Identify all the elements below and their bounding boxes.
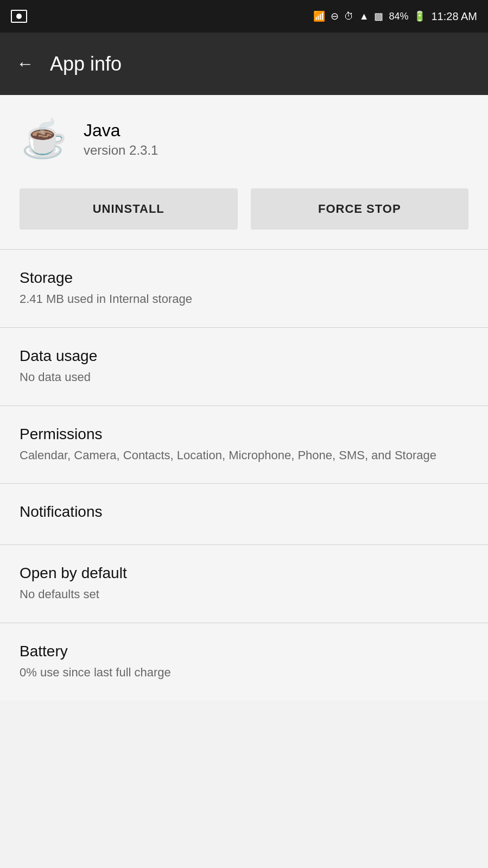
battery-title: Battery [20, 643, 468, 660]
bluetooth-icon: 📶 [313, 10, 325, 22]
open-by-default-subtitle: No defaults set [20, 586, 468, 603]
open-by-default-row[interactable]: Open by default No defaults set [0, 545, 488, 623]
time-display: 11:28 AM [431, 10, 477, 23]
app-version: version 2.3.1 [84, 143, 158, 158]
dnd-icon: ⊖ [331, 10, 339, 22]
battery-percent: 84% [389, 11, 408, 22]
app-details: Java version 2.3.1 [84, 121, 158, 158]
notifications-row[interactable]: Notifications [0, 484, 488, 544]
data-usage-row[interactable]: Data usage No data used [0, 328, 488, 406]
notifications-title: Notifications [20, 503, 468, 521]
force-stop-button[interactable]: FORCE STOP [251, 188, 469, 230]
app-info-section: ☕ Java version 2.3.1 [0, 95, 488, 183]
photo-icon [11, 10, 27, 23]
permissions-subtitle: Calendar, Camera, Contacts, Location, Mi… [20, 447, 468, 464]
status-bar-left [11, 10, 27, 23]
permissions-title: Permissions [20, 426, 468, 443]
storage-subtitle: 2.41 MB used in Internal storage [20, 291, 468, 308]
wifi-icon: ▲ [359, 11, 369, 22]
data-usage-subtitle: No data used [20, 369, 468, 386]
storage-row[interactable]: Storage 2.41 MB used in Internal storage [0, 250, 488, 327]
battery-icon: 🔋 [414, 10, 426, 22]
status-bar-right: 📶 ⊖ ⏱ ▲ ▩ 84% 🔋 11:28 AM [313, 10, 477, 23]
permissions-row[interactable]: Permissions Calendar, Camera, Contacts, … [0, 406, 488, 484]
page-title: App info [50, 53, 122, 75]
status-bar: 📶 ⊖ ⏱ ▲ ▩ 84% 🔋 11:28 AM [0, 0, 488, 33]
app-bar: ← App info [0, 33, 488, 95]
uninstall-button[interactable]: UNINSTALL [20, 188, 238, 230]
back-button[interactable]: ← [16, 54, 34, 74]
signal-icon: ▩ [374, 10, 383, 22]
battery-row[interactable]: Battery 0% use since last full charge [0, 623, 488, 701]
app-name: Java [84, 121, 158, 141]
data-usage-title: Data usage [20, 347, 468, 365]
battery-subtitle: 0% use since last full charge [20, 664, 468, 681]
open-by-default-title: Open by default [20, 565, 468, 582]
storage-title: Storage [20, 269, 468, 287]
buttons-section: UNINSTALL FORCE STOP [0, 183, 488, 249]
alarm-icon: ⏱ [344, 11, 354, 22]
app-icon: ☕ [20, 115, 68, 163]
